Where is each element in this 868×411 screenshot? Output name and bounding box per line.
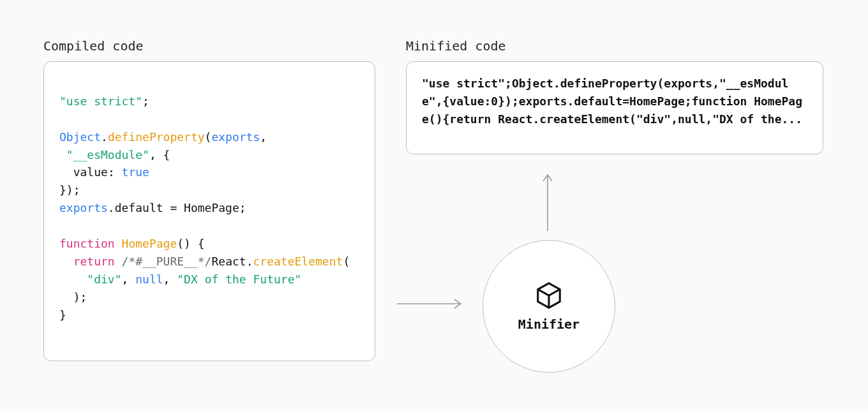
code-token: "use strict" (59, 94, 142, 108)
diagram-canvas: Compiled code "use strict"; Object.defin… (0, 0, 868, 411)
arrow-up-icon (541, 170, 554, 234)
code-token: exports (211, 130, 260, 144)
arrow-right-icon (394, 297, 471, 310)
minifier-label: Minifier (518, 317, 580, 332)
compiled-code-box: "use strict"; Object.defineProperty(expo… (43, 61, 375, 361)
code-token: true (122, 165, 149, 179)
compiled-label: Compiled code (43, 38, 144, 54)
code-token: React (211, 255, 246, 268)
code-token: exports (59, 201, 108, 214)
code-token: .default = HomePage; (108, 201, 246, 214)
minified-code-box: "use strict";Object.defineProperty(expor… (406, 61, 823, 154)
minified-label: Minified code (406, 38, 506, 54)
compiled-code: "use strict"; Object.defineProperty(expo… (59, 93, 359, 324)
code-token: "DX of the Future" (177, 273, 301, 286)
code-token: defineProperty (108, 130, 205, 144)
cube-icon (534, 281, 564, 310)
minified-code: "use strict";Object.defineProperty(expor… (422, 77, 802, 126)
code-token: value (73, 165, 108, 179)
code-token: null (135, 273, 163, 286)
minifier-node: Minifier (483, 240, 615, 373)
code-token: "__esModule" (66, 148, 149, 161)
code-token: HomePage (122, 237, 177, 250)
code-token: "div" (87, 273, 121, 286)
code-token: Object (59, 130, 101, 144)
code-token: return (73, 255, 115, 268)
code-token: createElement (253, 255, 343, 268)
code-token: function (59, 237, 115, 250)
code-token: /*#__PURE__*/ (122, 255, 212, 268)
